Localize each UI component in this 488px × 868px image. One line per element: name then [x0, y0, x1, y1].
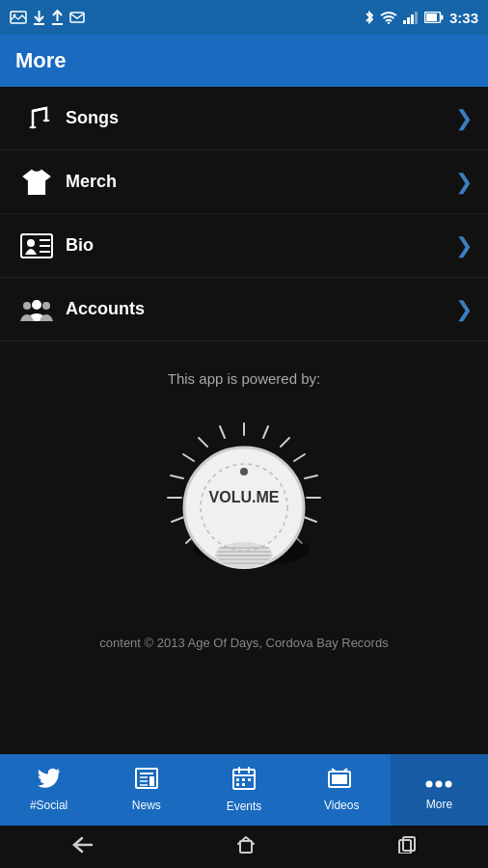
accounts-icon [15, 296, 58, 323]
nav-item-more[interactable]: More [391, 754, 488, 826]
songs-label: Songs [58, 108, 455, 128]
upload-icon [51, 10, 64, 25]
app-header: More [0, 35, 488, 87]
svg-point-22 [23, 302, 31, 310]
nav-item-social[interactable]: #Social [0, 754, 97, 826]
svg-rect-69 [332, 774, 347, 784]
svg-point-21 [32, 300, 41, 310]
svg-line-27 [294, 454, 305, 461]
svg-rect-62 [242, 778, 245, 781]
news-nav-label: News [132, 799, 161, 812]
menu-list: Songs ❯ Merch ❯ Bio ❯ [0, 87, 488, 341]
svg-line-33 [199, 438, 207, 447]
svg-point-17 [27, 239, 35, 247]
bio-label: Bio [58, 235, 455, 256]
twitter-icon [38, 768, 61, 795]
svg-line-35 [171, 475, 183, 478]
svg-line-32 [220, 426, 225, 438]
menu-item-bio[interactable]: Bio ❯ [0, 214, 488, 278]
nav-item-events[interactable]: Events [195, 754, 292, 826]
svg-line-15 [33, 108, 46, 111]
svg-rect-8 [403, 20, 406, 24]
svg-line-28 [305, 475, 317, 478]
svg-line-37 [172, 517, 184, 522]
volumedotme-logo: VOLU.ME [148, 406, 340, 599]
page-title: More [15, 48, 67, 73]
more-nav-label: More [426, 798, 452, 811]
bio-icon [15, 233, 58, 258]
battery-icon [424, 12, 444, 23]
nav-item-videos[interactable]: Videos [293, 754, 391, 826]
svg-rect-63 [248, 778, 251, 781]
status-icons-right: 3:33 [365, 10, 478, 26]
accounts-label: Accounts [58, 299, 455, 319]
svg-rect-13 [426, 14, 437, 21]
svg-rect-74 [240, 841, 252, 853]
songs-chevron: ❯ [455, 106, 473, 131]
nav-item-news[interactable]: News [97, 754, 195, 826]
bluetooth-icon [365, 10, 374, 25]
svg-rect-6 [70, 13, 84, 22]
copyright-text: content © 2013 Age Of Days, Cordova Bay … [99, 636, 388, 650]
clock: 3:33 [449, 10, 478, 26]
svg-point-70 [426, 781, 433, 788]
powered-section: This app is powered by: [0, 341, 488, 618]
powered-text: This app is powered by: [168, 370, 320, 387]
videos-nav-label: Videos [324, 799, 359, 812]
more-icon [425, 769, 452, 794]
shirt-icon [15, 169, 58, 196]
merch-label: Merch [58, 172, 455, 192]
svg-point-71 [436, 781, 443, 788]
menu-item-songs[interactable]: Songs ❯ [0, 87, 488, 150]
merch-chevron: ❯ [455, 170, 473, 195]
svg-rect-14 [441, 15, 444, 20]
svg-rect-61 [236, 778, 239, 781]
svg-line-26 [281, 438, 289, 447]
menu-item-accounts[interactable]: Accounts ❯ [0, 278, 488, 341]
svg-point-23 [42, 302, 50, 310]
svg-rect-65 [242, 783, 245, 786]
news-icon [135, 768, 158, 795]
music-note-icon [15, 104, 58, 133]
status-bar: 3:33 [0, 0, 488, 35]
svg-rect-64 [236, 783, 239, 786]
svg-point-72 [446, 781, 452, 788]
events-nav-label: Events [227, 800, 262, 813]
svg-point-7 [388, 22, 390, 24]
accounts-chevron: ❯ [455, 297, 473, 322]
svg-line-25 [263, 426, 268, 438]
svg-rect-11 [415, 12, 418, 24]
svg-line-30 [304, 517, 316, 522]
svg-line-34 [183, 454, 194, 461]
back-button[interactable] [72, 836, 94, 858]
menu-item-merch[interactable]: Merch ❯ [0, 150, 488, 214]
image-icon [10, 11, 27, 24]
svg-rect-56 [149, 776, 154, 786]
svg-text:VOLU.ME: VOLU.ME [209, 489, 280, 505]
download-icon [33, 10, 45, 25]
copyright-section: content © 2013 Age Of Days, Cordova Bay … [0, 618, 488, 666]
svg-rect-10 [411, 14, 414, 24]
status-icons-left [10, 10, 85, 25]
bottom-navigation: #Social News [0, 754, 488, 826]
svg-rect-9 [407, 17, 410, 24]
system-nav [0, 826, 488, 868]
bio-chevron: ❯ [455, 233, 473, 258]
svg-point-50 [240, 468, 248, 475]
events-icon [232, 767, 256, 796]
recents-button[interactable] [398, 836, 416, 858]
email-icon [69, 11, 85, 24]
videos-icon [328, 768, 355, 795]
home-button[interactable] [237, 836, 255, 858]
wifi-icon [380, 11, 397, 24]
social-nav-label: #Social [30, 799, 68, 812]
signal-icon [403, 11, 419, 24]
